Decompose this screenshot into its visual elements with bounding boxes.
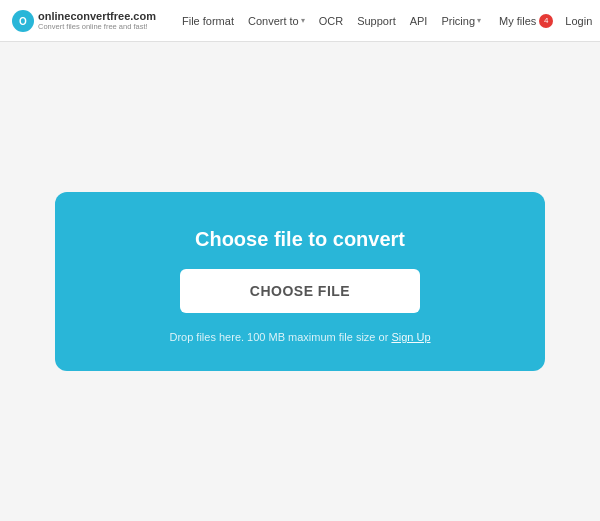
nav-convert-to[interactable]: Convert to ▾ <box>242 11 311 31</box>
upload-card: Choose file to convert CHOOSE FILE Drop … <box>55 192 545 371</box>
login-button[interactable]: Login <box>559 11 598 31</box>
convert-to-chevron-icon: ▾ <box>301 16 305 25</box>
logo-name: onlineconvertfree.com <box>38 10 156 22</box>
notification-badge: 4 <box>539 14 553 28</box>
choose-file-button[interactable]: CHOOSE FILE <box>180 269 420 313</box>
drop-hint-text: Drop files here. 100 MB maximum file siz… <box>169 331 430 343</box>
pricing-chevron-icon: ▾ <box>477 16 481 25</box>
logo[interactable]: O onlineconvertfree.com Convert files on… <box>12 10 164 32</box>
nav-support[interactable]: Support <box>351 11 402 31</box>
header: O onlineconvertfree.com Convert files on… <box>0 0 600 42</box>
nav-pricing[interactable]: Pricing ▾ <box>435 11 487 31</box>
upload-title: Choose file to convert <box>195 228 405 251</box>
my-files-button[interactable]: My files 4 <box>499 14 553 28</box>
header-right: My files 4 Login Sign Up <box>499 10 600 32</box>
nav-api[interactable]: API <box>404 11 434 31</box>
logo-icon: O <box>12 10 34 32</box>
main-content: Choose file to convert CHOOSE FILE Drop … <box>0 42 600 521</box>
main-nav: File format Convert to ▾ OCR Support API… <box>176 11 487 31</box>
nav-ocr[interactable]: OCR <box>313 11 349 31</box>
signup-link[interactable]: Sign Up <box>391 331 430 343</box>
nav-file-format[interactable]: File format <box>176 11 240 31</box>
my-files-label: My files <box>499 15 536 27</box>
logo-tagline: Convert files online free and fast! <box>38 22 156 31</box>
svg-text:O: O <box>19 16 27 27</box>
